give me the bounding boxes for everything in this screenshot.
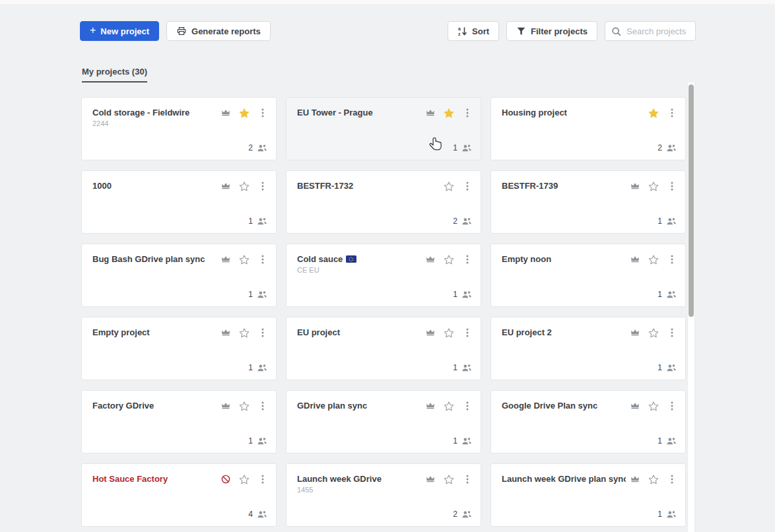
project-card[interactable]: Housing project bbox=[490, 97, 686, 160]
star-icon[interactable] bbox=[444, 474, 454, 484]
sort-button[interactable]: a z Sort bbox=[448, 21, 499, 41]
generate-reports-button[interactable]: Generate reports bbox=[166, 21, 271, 41]
crown-icon bbox=[425, 327, 436, 338]
card-footer: 1 bbox=[248, 436, 267, 446]
project-title-text: Cold sauce bbox=[297, 253, 343, 265]
project-card[interactable]: Google Drive Plan sync bbox=[490, 390, 686, 453]
card-footer: 1 bbox=[657, 362, 677, 373]
kebab-menu-icon[interactable] bbox=[257, 181, 268, 191]
card-footer: 1 bbox=[453, 143, 472, 153]
new-project-button[interactable]: + New project bbox=[80, 21, 159, 41]
scrollbar-thumb[interactable] bbox=[689, 84, 694, 317]
tab-bar: My projects (30) bbox=[82, 67, 147, 83]
kebab-menu-icon[interactable] bbox=[462, 254, 473, 265]
crown-icon bbox=[630, 254, 640, 265]
card-titles: Launch week GDrive plan sync bbox=[502, 473, 630, 484]
kebab-menu-icon[interactable] bbox=[667, 401, 677, 411]
card-header: EU Tower - Prague bbox=[297, 107, 473, 118]
card-titles: EU project bbox=[297, 327, 425, 338]
project-card[interactable]: Launch week GDrive plan sync bbox=[490, 463, 686, 527]
star-icon[interactable] bbox=[239, 254, 250, 265]
star-icon[interactable] bbox=[239, 401, 250, 411]
card-footer: 1 bbox=[248, 216, 267, 226]
kebab-menu-icon[interactable] bbox=[257, 254, 268, 265]
kebab-menu-icon[interactable] bbox=[667, 181, 677, 191]
star-icon[interactable] bbox=[444, 401, 454, 411]
kebab-menu-icon[interactable] bbox=[667, 108, 677, 118]
people-icon bbox=[257, 362, 267, 373]
crown-icon bbox=[220, 401, 231, 411]
kebab-menu-icon[interactable] bbox=[462, 181, 473, 191]
star-icon[interactable] bbox=[648, 108, 659, 118]
member-count: 2 bbox=[657, 143, 662, 152]
kebab-menu-icon[interactable] bbox=[257, 327, 268, 338]
star-icon[interactable] bbox=[648, 401, 659, 411]
kebab-menu-icon[interactable] bbox=[462, 401, 473, 411]
crown-icon bbox=[425, 108, 436, 118]
card-titles: 1000 bbox=[92, 180, 220, 191]
star-icon[interactable] bbox=[444, 108, 454, 118]
project-card[interactable]: Bug Bash GDrive plan sync bbox=[81, 244, 277, 307]
card-footer: 1 bbox=[248, 362, 267, 373]
card-icons bbox=[220, 327, 268, 338]
star-icon[interactable] bbox=[444, 181, 454, 191]
tab-my-projects[interactable]: My projects (30) bbox=[82, 67, 147, 83]
member-count: 1 bbox=[657, 290, 662, 299]
project-card[interactable]: Launch week GDrive 1455 bbox=[286, 463, 481, 527]
projects-content: Cold storage - Fieldwire 2244 bbox=[81, 97, 686, 527]
kebab-menu-icon[interactable] bbox=[667, 474, 677, 484]
kebab-menu-icon[interactable] bbox=[667, 254, 677, 265]
project-card[interactable]: Hot Sauce Factory bbox=[81, 463, 277, 527]
people-icon bbox=[461, 509, 472, 519]
star-icon[interactable] bbox=[239, 181, 250, 191]
star-icon[interactable] bbox=[648, 181, 659, 191]
project-title-text: 1000 bbox=[92, 180, 112, 191]
project-card[interactable]: BESTFR-1732 bbox=[286, 170, 481, 234]
project-title-text: Cold storage - Fieldwire bbox=[92, 107, 189, 118]
project-title: Launch week GDrive bbox=[297, 473, 421, 484]
star-icon[interactable] bbox=[648, 474, 659, 484]
project-card[interactable]: GDrive plan sync bbox=[286, 390, 481, 453]
card-footer: 1 bbox=[657, 436, 677, 446]
star-icon[interactable] bbox=[239, 108, 250, 118]
star-icon[interactable] bbox=[239, 327, 250, 338]
project-card[interactable]: Empty noon bbox=[490, 244, 686, 307]
project-card[interactable]: Factory GDrive bbox=[81, 390, 277, 453]
people-icon bbox=[257, 216, 267, 226]
card-header: Housing project bbox=[502, 107, 677, 118]
star-icon[interactable] bbox=[648, 327, 659, 338]
toolbar-left-group: + New project Generate reports bbox=[80, 21, 271, 41]
eu-flag-icon bbox=[346, 255, 356, 263]
project-title-text: Bug Bash GDrive plan sync bbox=[92, 253, 205, 265]
people-icon bbox=[257, 143, 267, 153]
card-header: GDrive plan sync bbox=[297, 400, 473, 411]
project-title: Cold storage - Fieldwire bbox=[92, 107, 217, 118]
kebab-menu-icon[interactable] bbox=[257, 401, 268, 411]
filter-projects-button[interactable]: Filter projects bbox=[506, 21, 597, 41]
new-project-label: New project bbox=[100, 26, 149, 36]
star-icon[interactable] bbox=[444, 254, 454, 265]
kebab-menu-icon[interactable] bbox=[257, 108, 268, 118]
project-card[interactable]: Cold storage - Fieldwire 2244 bbox=[81, 97, 277, 160]
project-card[interactable]: EU project 2 bbox=[490, 317, 686, 380]
card-header: BESTFR-1739 bbox=[502, 180, 677, 191]
project-card[interactable]: Empty project bbox=[81, 317, 277, 380]
kebab-menu-icon[interactable] bbox=[462, 108, 473, 118]
project-card[interactable]: Cold sauce CE EU bbox=[286, 244, 481, 307]
star-icon[interactable] bbox=[648, 254, 659, 265]
card-header: 1000 bbox=[92, 180, 268, 191]
vertical-scrollbar[interactable] bbox=[687, 83, 695, 532]
project-card[interactable]: BESTFR-1739 bbox=[490, 170, 686, 234]
star-icon[interactable] bbox=[444, 327, 454, 338]
kebab-menu-icon[interactable] bbox=[257, 474, 268, 484]
card-header: Cold sauce CE EU bbox=[297, 253, 473, 274]
kebab-menu-icon[interactable] bbox=[462, 327, 473, 338]
kebab-menu-icon[interactable] bbox=[462, 474, 473, 484]
crown-icon bbox=[630, 181, 640, 191]
kebab-menu-icon[interactable] bbox=[667, 327, 677, 338]
project-card[interactable]: EU Tower - Prague bbox=[286, 97, 481, 160]
card-titles: BESTFR-1732 bbox=[297, 180, 444, 191]
project-card[interactable]: EU project bbox=[286, 317, 481, 380]
star-icon[interactable] bbox=[239, 474, 250, 484]
project-card[interactable]: 1000 bbox=[81, 170, 277, 234]
